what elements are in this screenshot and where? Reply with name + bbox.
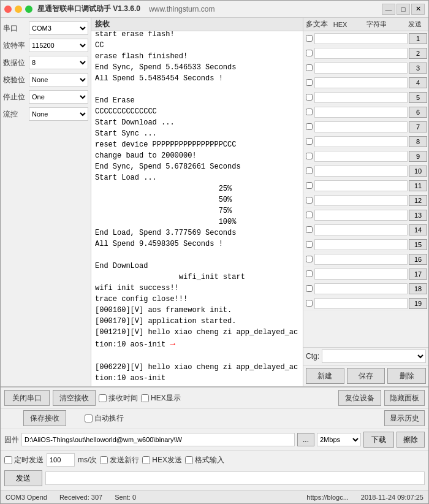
new-button[interactable]: 新建	[306, 368, 344, 384]
multitext-send-btn[interactable]: 12	[409, 195, 427, 206]
multitext-hex-checkbox[interactable]	[306, 212, 313, 218]
multitext-send-btn[interactable]: 6	[409, 107, 427, 118]
multitext-str-input[interactable]	[314, 151, 408, 162]
multitext-str-input[interactable]	[314, 63, 408, 74]
multitext-send-btn[interactable]: 4	[409, 77, 427, 88]
multitext-str-input[interactable]	[314, 92, 408, 103]
multitext-str-input[interactable]	[314, 33, 408, 44]
clear-recv-button[interactable]: 清空接收	[53, 390, 96, 406]
multitext-str-input[interactable]	[314, 180, 408, 191]
multitext-send-btn[interactable]: 7	[409, 121, 427, 132]
multitext-str-input[interactable]	[314, 254, 408, 265]
minimize-dot[interactable]	[15, 6, 22, 13]
multitext-hex-checkbox[interactable]	[306, 182, 313, 189]
hide-panel-button[interactable]: 隐藏面板	[384, 390, 425, 406]
multitext-str-input[interactable]	[314, 136, 408, 147]
erase-button[interactable]: 擦除	[397, 432, 425, 448]
multitext-send-btn[interactable]: 16	[409, 254, 427, 265]
hex-send-checkbox-label[interactable]: HEX发送	[142, 455, 182, 465]
multitext-send-btn[interactable]: 15	[409, 239, 427, 250]
delete-button[interactable]: 删除	[387, 368, 426, 384]
timed-send-checkbox[interactable]	[4, 456, 12, 464]
multitext-str-input[interactable]	[314, 269, 408, 280]
save-multitext-button[interactable]: 保存	[347, 368, 385, 384]
multitext-send-btn[interactable]: 2	[409, 48, 427, 59]
multitext-send-btn[interactable]: 1	[409, 33, 427, 44]
firmware-path-input[interactable]	[21, 433, 295, 446]
interval-input[interactable]	[47, 453, 75, 467]
multitext-send-btn[interactable]: 9	[409, 151, 427, 162]
data-bits-select[interactable]: 8765	[29, 56, 88, 69]
multitext-hex-checkbox[interactable]	[306, 123, 313, 130]
download-button[interactable]: 下载	[363, 432, 394, 448]
multitext-send-btn[interactable]: 5	[409, 92, 427, 103]
multitext-str-input[interactable]	[314, 210, 408, 221]
multitext-hex-checkbox[interactable]	[306, 241, 313, 248]
multitext-hex-checkbox[interactable]	[306, 79, 313, 86]
multitext-hex-checkbox[interactable]	[306, 285, 313, 292]
multitext-hex-checkbox[interactable]	[306, 153, 313, 159]
multitext-hex-checkbox[interactable]	[306, 50, 313, 56]
multitext-hex-checkbox[interactable]	[306, 197, 313, 204]
multitext-send-btn[interactable]: 19	[409, 298, 427, 309]
send-button[interactable]: 发送	[4, 470, 42, 486]
baud-select[interactable]: 1152009600192003840057600	[29, 39, 88, 52]
format-input-checkbox[interactable]	[185, 456, 193, 464]
multitext-send-btn[interactable]: 18	[409, 283, 427, 294]
multitext-send-btn[interactable]: 17	[409, 269, 427, 280]
multitext-str-input[interactable]	[314, 239, 408, 250]
multitext-hex-checkbox[interactable]	[306, 109, 313, 115]
send-newline-checkbox-label[interactable]: 发送新行	[100, 455, 139, 465]
auto-wrap-checkbox-label[interactable]: 自动换行	[85, 413, 124, 424]
multitext-send-btn[interactable]: 3	[409, 63, 427, 74]
parity-select[interactable]: NoneOddEven	[29, 73, 88, 86]
multitext-str-input[interactable]	[314, 166, 408, 177]
multitext-str-input[interactable]	[314, 107, 408, 118]
flow-select[interactable]: NoneRTS/CTSXON/XOFF	[29, 107, 88, 121]
close-button[interactable]: ✕	[411, 4, 425, 15]
multitext-send-btn[interactable]: 11	[409, 180, 427, 191]
ctg-select[interactable]	[322, 349, 426, 363]
multitext-str-input[interactable]	[314, 121, 408, 132]
port-select[interactable]: COM3COM1COM2	[29, 21, 88, 35]
minimize-button[interactable]: —	[382, 4, 395, 15]
multitext-str-input[interactable]	[314, 283, 408, 294]
multitext-send-btn[interactable]: 13	[409, 210, 427, 221]
send-newline-checkbox[interactable]	[100, 456, 108, 464]
send-input[interactable]	[45, 472, 425, 485]
multitext-send-btn[interactable]: 10	[409, 166, 427, 177]
hex-display-checkbox[interactable]	[141, 394, 149, 402]
receive-area[interactable]: CCCCCCC Start Erase ... Start Sync ... r…	[91, 31, 303, 386]
hex-display-checkbox-label[interactable]: HEX显示	[141, 393, 181, 403]
multitext-hex-checkbox[interactable]	[306, 270, 313, 277]
multitext-hex-checkbox[interactable]	[306, 94, 313, 101]
format-input-checkbox-label[interactable]: 格式输入	[185, 455, 224, 465]
multitext-str-input[interactable]	[314, 298, 408, 309]
multitext-hex-checkbox[interactable]	[306, 167, 313, 174]
multitext-send-btn[interactable]: 8	[409, 136, 427, 147]
multitext-hex-checkbox[interactable]	[306, 256, 313, 262]
hex-send-checkbox[interactable]	[142, 456, 150, 464]
save-recv-button[interactable]: 保存接收	[23, 410, 66, 426]
multitext-str-input[interactable]	[314, 195, 408, 206]
show-history-button[interactable]: 显示历史	[384, 410, 425, 426]
reset-device-button[interactable]: 复位设备	[338, 390, 381, 406]
multitext-str-input[interactable]	[314, 77, 408, 88]
recv-time-checkbox[interactable]	[99, 394, 107, 402]
multitext-str-input[interactable]	[314, 224, 408, 235]
multitext-send-btn[interactable]: 14	[409, 224, 427, 235]
multitext-hex-checkbox[interactable]	[306, 226, 313, 233]
maximize-dot[interactable]	[25, 6, 32, 13]
multitext-str-input[interactable]	[314, 48, 408, 59]
stop-bits-select[interactable]: OneTwo	[29, 90, 88, 104]
recv-time-checkbox-label[interactable]: 接收时间	[99, 393, 138, 403]
open-port-button[interactable]: 关闭串口	[4, 390, 50, 406]
speed-select[interactable]: 2Mbps1Mbps500Kbps	[317, 433, 361, 446]
multitext-hex-checkbox[interactable]	[306, 35, 313, 42]
multitext-hex-checkbox[interactable]	[306, 138, 313, 145]
timed-send-checkbox-label[interactable]: 定时发送	[4, 455, 44, 465]
multitext-hex-checkbox[interactable]	[306, 300, 313, 307]
maximize-button[interactable]: □	[397, 4, 410, 15]
close-dot[interactable]	[4, 6, 12, 13]
multitext-hex-checkbox[interactable]	[306, 64, 313, 71]
